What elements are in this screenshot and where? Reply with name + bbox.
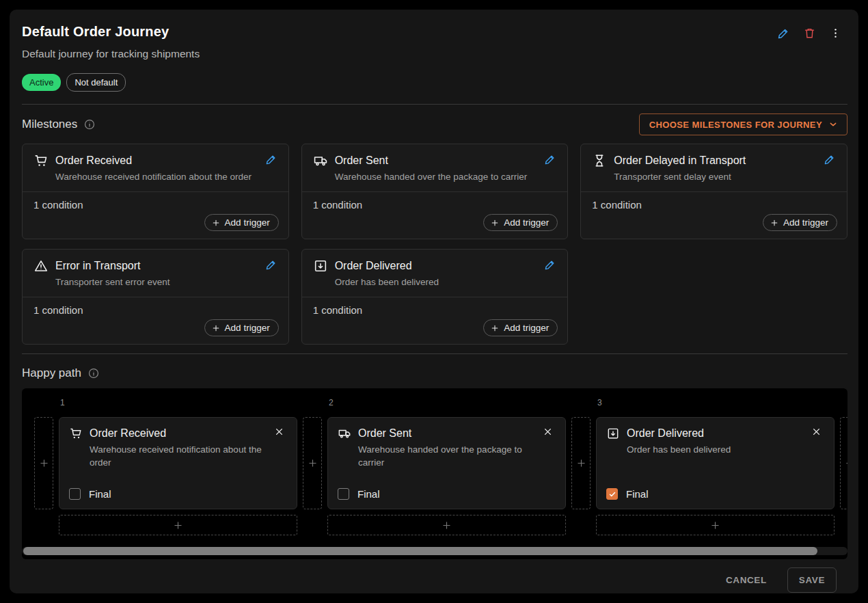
scrollbar-thumb[interactable] — [23, 547, 817, 555]
chevron-down-icon — [828, 119, 839, 130]
remove-step-icon[interactable] — [542, 426, 556, 440]
step-description: Order has been delivered — [627, 443, 806, 456]
edit-icon[interactable] — [544, 258, 558, 272]
milestone-description: Warehouse received notification about th… — [55, 171, 279, 183]
happy-path-heading-wrap: Happy path — [22, 366, 847, 380]
milestone-description: Order has been delivered — [335, 276, 558, 289]
milestone-grid: Order Received Warehouse received notifi… — [22, 144, 847, 345]
cart-icon — [33, 153, 49, 168]
remove-step-icon[interactable] — [273, 426, 287, 440]
final-checkbox[interactable] — [338, 488, 349, 500]
truck-icon — [313, 153, 328, 168]
add-trigger-label: Add trigger — [225, 323, 270, 333]
truck-icon — [338, 427, 351, 440]
milestone-description: Warehouse handed over the package to car… — [335, 171, 558, 183]
step-description: Warehouse received notification about th… — [90, 443, 269, 469]
add-milestone-slot[interactable] — [59, 515, 297, 535]
add-milestone-slot[interactable] — [327, 515, 566, 535]
add-trigger-button[interactable]: Add trigger — [763, 214, 837, 231]
happy-path-step: 2 Order Sent Warehouse handed over the p… — [327, 397, 566, 535]
edit-icon[interactable] — [775, 25, 791, 41]
header: Default Order Journey Default journey fo… — [22, 21, 847, 92]
plus-icon — [307, 457, 318, 469]
step-card: Order Received Warehouse received notifi… — [59, 417, 297, 509]
add-milestone-slot[interactable] — [596, 515, 835, 535]
step-number: 3 — [597, 397, 835, 409]
step-title: Order Sent — [358, 426, 542, 441]
insert-step-slot[interactable] — [34, 417, 53, 509]
step-card: Order Sent Warehouse handed over the pac… — [327, 417, 566, 509]
milestones-section-header: Milestones CHOOSE MILESTONES FOR JOURNEY — [22, 113, 847, 135]
final-checkbox[interactable] — [69, 488, 81, 500]
milestone-card: Order Sent Warehouse handed over the pac… — [301, 144, 569, 239]
plus-icon — [441, 520, 452, 531]
header-actions — [775, 25, 843, 41]
insert-step-slot[interactable] — [840, 417, 847, 509]
final-checkbox-row[interactable]: Final — [338, 488, 556, 500]
choose-milestones-button[interactable]: CHOOSE MILESTONES FOR JOURNEY — [639, 113, 847, 135]
choose-milestones-label: CHOOSE MILESTONES FOR JOURNEY — [649, 120, 822, 130]
add-trigger-button[interactable]: Add trigger — [483, 319, 558, 336]
condition-count: 1 condition — [592, 199, 837, 211]
add-trigger-label: Add trigger — [504, 323, 549, 333]
horizontal-scrollbar[interactable] — [22, 547, 847, 555]
add-trigger-button[interactable]: Add trigger — [204, 214, 279, 231]
add-trigger-label: Add trigger — [783, 217, 828, 228]
milestone-description: Transporter sent delay event — [614, 171, 837, 183]
add-trigger-button[interactable]: Add trigger — [204, 319, 279, 336]
plus-icon — [172, 520, 184, 531]
remove-step-icon[interactable] — [811, 426, 824, 440]
plus-icon — [211, 218, 221, 228]
page-title: Default Order Journey — [22, 21, 847, 40]
journey-detail-panel: Default Order Journey Default journey fo… — [10, 10, 858, 593]
final-checkbox[interactable] — [606, 488, 618, 500]
delete-icon[interactable] — [801, 25, 817, 41]
milestone-title: Order Delayed in Transport — [614, 153, 824, 168]
edit-icon[interactable] — [824, 153, 837, 167]
box-arrow-down-icon — [313, 258, 328, 273]
save-button[interactable]: SAVE — [787, 567, 837, 593]
add-trigger-label: Add trigger — [504, 217, 549, 228]
final-checkbox-row[interactable]: Final — [69, 488, 287, 500]
step-card: Order Delivered Order has been delivered… — [596, 417, 835, 509]
edit-icon[interactable] — [265, 153, 279, 167]
milestones-heading-wrap: Milestones — [22, 118, 96, 131]
add-trigger-button[interactable]: Add trigger — [483, 214, 558, 231]
check-icon — [608, 490, 616, 498]
step-title: Order Received — [90, 426, 273, 441]
info-icon[interactable] — [87, 367, 100, 379]
edit-icon[interactable] — [544, 153, 558, 167]
happy-path-step: 1 Order Received Warehouse received noti… — [59, 397, 297, 535]
milestone-card: Error in Transport Transporter sent erro… — [22, 249, 289, 345]
milestone-card: Order Delivered Order has been delivered… — [301, 249, 569, 345]
badges: Active Not default — [22, 73, 847, 92]
info-icon[interactable] — [83, 118, 96, 131]
plus-icon — [770, 218, 779, 228]
edit-icon[interactable] — [265, 258, 279, 272]
step-title: Order Delivered — [627, 426, 811, 441]
warning-icon — [33, 258, 49, 273]
plus-icon — [490, 218, 500, 228]
condition-count: 1 condition — [33, 304, 279, 316]
cancel-button[interactable]: CANCEL — [726, 575, 767, 585]
step-number: 1 — [60, 397, 297, 409]
final-label: Final — [626, 488, 649, 500]
box-arrow-down-icon — [606, 427, 620, 440]
insert-step-slot[interactable] — [571, 417, 591, 509]
milestones-heading: Milestones — [22, 118, 77, 131]
cart-icon — [69, 427, 83, 440]
condition-count: 1 condition — [313, 199, 558, 211]
plus-icon — [709, 520, 721, 531]
milestone-title: Error in Transport — [55, 258, 265, 273]
condition-count: 1 condition — [313, 304, 558, 316]
insert-step-slot[interactable] — [303, 417, 322, 509]
default-badge: Not default — [66, 73, 126, 92]
status-badge: Active — [22, 74, 61, 91]
hourglass-icon — [592, 153, 607, 168]
milestone-title: Order Delivered — [335, 258, 545, 273]
final-checkbox-row[interactable]: Final — [606, 488, 824, 500]
more-menu-icon[interactable] — [827, 25, 843, 41]
final-label: Final — [89, 488, 111, 500]
step-description: Warehouse handed over the package to car… — [358, 443, 538, 469]
plus-icon — [38, 457, 50, 469]
